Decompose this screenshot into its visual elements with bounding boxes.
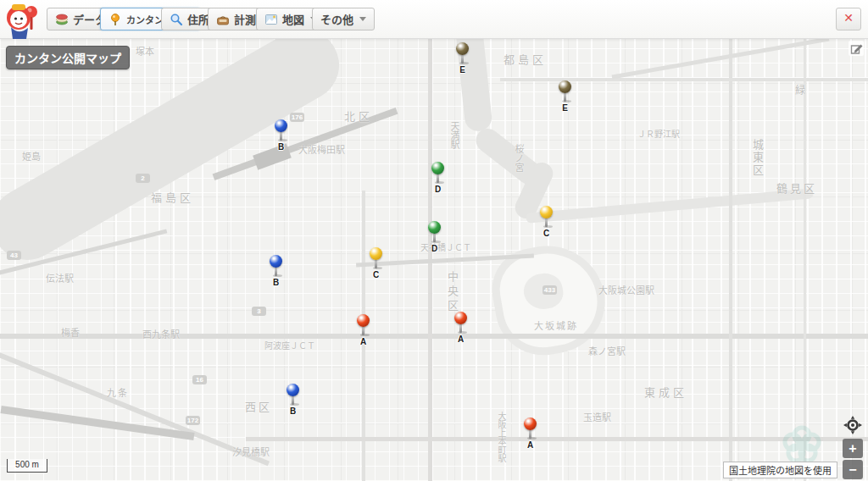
road-east-vertical: [804, 36, 806, 481]
map-label: 北区: [344, 108, 373, 124]
others-button-label: その他: [320, 11, 353, 27]
pin-head: [454, 312, 467, 324]
zoom-out-button[interactable]: −: [843, 460, 863, 479]
measure-tape-icon: [216, 13, 230, 26]
road-shield: 172: [186, 416, 200, 425]
pin-head: [559, 80, 571, 93]
chevron-down-icon: [359, 17, 366, 21]
pin-head: [270, 255, 282, 268]
map-label: 九条: [107, 385, 129, 399]
map-label: 大阪梅田駅: [298, 142, 345, 156]
road-chuo-odori: [0, 334, 868, 339]
road-shield: 16: [192, 375, 207, 384]
road-diag-southwest: [0, 347, 270, 466]
road-shield: 2: [136, 174, 150, 183]
pin-letter-label: C: [370, 270, 382, 279]
road-shield: 433: [542, 285, 557, 295]
map-image-icon: [264, 13, 278, 26]
pin-head: [370, 247, 382, 260]
map-label: 梅香: [61, 325, 80, 339]
address-button-label: 住所: [187, 11, 209, 27]
pin-letter-label: B: [270, 278, 282, 287]
map-style-button-label: 地図: [282, 11, 304, 27]
pin-head: [431, 162, 444, 174]
map-label: 大阪城公園駅: [598, 283, 654, 296]
road-imazatosuji: [729, 36, 732, 481]
map-label: 大阪上本町駅: [495, 412, 508, 462]
pin-letter-label: A: [524, 440, 537, 450]
toolbar: データ カンタンマップ 住所 計測: [0, 0, 868, 39]
map-label: 中央区: [444, 271, 460, 314]
map-label: 阿波座ＪＣＴ: [264, 339, 315, 351]
map-label: 伝法駅: [46, 271, 74, 285]
map-label: 桜ノ宮: [512, 144, 526, 172]
others-button[interactable]: その他: [312, 8, 375, 30]
map-label: 緑: [795, 82, 805, 97]
search-icon: [170, 13, 183, 26]
map-label: 姫島: [22, 149, 41, 163]
map-label: 福島区: [151, 189, 194, 205]
pin-letter-label: E: [456, 65, 469, 75]
map-label: 西区: [245, 398, 272, 414]
pin-letter-label: B: [287, 406, 299, 416]
pin-head: [287, 384, 299, 396]
map-label: 大坂城跡: [534, 318, 578, 332]
pin-letter-label: C: [540, 229, 553, 238]
map-label: 塚本: [136, 44, 154, 58]
mascot-logo-icon: [3, 1, 41, 38]
map-title-badge: カンタン公開マップ: [6, 46, 130, 69]
close-button[interactable]: ✕: [836, 8, 861, 30]
pin-head: [275, 119, 287, 132]
map-canvas[interactable]: 塚本姫島北区大阪梅田駅福島区天満駅桜ノ宮都島区緑ＪＲ野江駅城東区鶴見区天神橋ＪＣ…: [0, 0, 868, 481]
pin-letter-label: E: [559, 103, 571, 113]
map-label: 東成区: [644, 384, 687, 400]
pin-head: [524, 417, 537, 430]
map-label: ＪＲ野江駅: [637, 127, 680, 140]
map-label: 汐見橋駅: [232, 445, 270, 458]
pin-letter-label: D: [431, 185, 444, 194]
road-shield: 176: [290, 113, 304, 122]
pin-head: [357, 314, 370, 327]
attribution-link[interactable]: 国土地理院の地図を使用: [723, 462, 837, 478]
river-neya: [526, 188, 814, 224]
map-label: 城東区: [749, 139, 765, 177]
map-label: 玉造駅: [583, 410, 611, 423]
edit-external-icon[interactable]: [849, 41, 864, 56]
map-label: 森ノ宮駅: [588, 344, 626, 357]
map-label: 西九条駅: [142, 327, 180, 340]
pin-letter-label: A: [357, 337, 370, 346]
map-label: 都島区: [504, 51, 547, 67]
pushpin-icon: [108, 13, 122, 26]
pin-letter-label: D: [428, 244, 441, 253]
pin-head: [456, 42, 469, 55]
map-label: 鶴見区: [776, 180, 817, 196]
road-shield: 43: [7, 251, 21, 260]
road-north: [500, 78, 868, 81]
locate-crosshair-icon[interactable]: [843, 416, 862, 434]
pin-head: [428, 221, 441, 234]
pin-letter-label: A: [454, 334, 467, 344]
road-diag-northeast: [612, 36, 830, 79]
scale-bar: 500 m: [7, 459, 47, 473]
pin-letter-label: B: [275, 142, 287, 152]
map-label: 天満駅: [448, 121, 461, 149]
measure-button-label: 計測: [234, 11, 256, 27]
zoom-in-button[interactable]: +: [843, 439, 863, 458]
road-shield: 3: [252, 307, 266, 316]
layers-icon: [55, 13, 69, 26]
pin-head: [540, 206, 553, 218]
road-sennichimae: [246, 437, 868, 441]
